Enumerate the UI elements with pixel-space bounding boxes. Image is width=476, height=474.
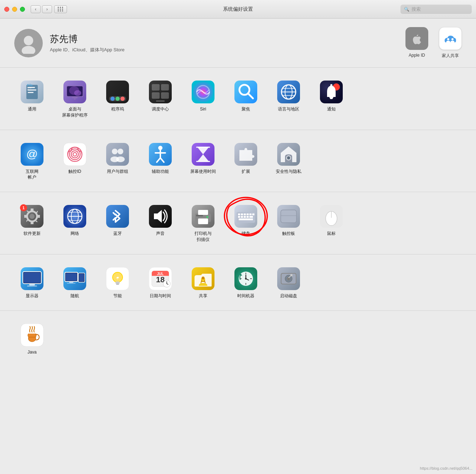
icon-sharing[interactable]: 共享 xyxy=(182,262,224,303)
displays-label: 显示器 xyxy=(26,293,38,299)
java-label: Java xyxy=(27,349,36,355)
svg-rect-120 xyxy=(79,274,84,282)
svg-rect-26 xyxy=(152,84,160,91)
icon-security[interactable]: 安全性与隐私 xyxy=(267,137,310,185)
spotlight-icon xyxy=(234,81,257,103)
icon-softwareupdate[interactable]: 1 软件更新 xyxy=(11,199,53,247)
svg-point-56 xyxy=(116,156,125,162)
svg-rect-91 xyxy=(238,213,240,215)
trackpad-label: 触控板 xyxy=(282,231,295,237)
close-button[interactable] xyxy=(4,7,9,12)
icon-java[interactable]: Java xyxy=(11,318,53,360)
svg-text:@: @ xyxy=(26,148,38,160)
svg-point-70 xyxy=(288,157,290,159)
language-label: 语言与地区 xyxy=(278,106,299,112)
timemachine-label: 时间机器 xyxy=(237,293,254,299)
section-4: 显示器 随航 xyxy=(0,254,476,311)
language-icon xyxy=(277,81,300,103)
spotlight-label: 聚焦 xyxy=(242,106,250,112)
icon-language[interactable]: 语言与地区 xyxy=(267,75,310,123)
svg-point-0 xyxy=(24,36,33,45)
icon-users[interactable]: 用户与群组 xyxy=(96,137,139,185)
icon-startup[interactable]: 启动磁盘 xyxy=(267,262,310,303)
svg-rect-29 xyxy=(161,92,169,99)
accessibility-label: 辅助功能 xyxy=(152,169,169,175)
svg-rect-98 xyxy=(241,216,243,218)
minimize-button[interactable] xyxy=(12,7,17,12)
search-icon: 🔍 xyxy=(404,7,409,12)
icons-grid-4: 显示器 随航 xyxy=(11,262,465,303)
icon-desktop[interactable]: 桌面与屏幕保护程序 xyxy=(53,75,96,123)
internet-icon: @ xyxy=(21,143,43,166)
svg-rect-92 xyxy=(241,213,243,215)
svg-point-44 xyxy=(330,84,332,86)
svg-rect-116 xyxy=(66,273,77,281)
family-sharing-action[interactable]: 家人共享 xyxy=(439,27,462,59)
energy-icon xyxy=(106,267,129,290)
printers-label: 打印机与扫描仪 xyxy=(195,231,212,243)
sharing-label: 共享 xyxy=(199,293,207,299)
icon-datetime[interactable]: 18 JUL 日期与时间 xyxy=(139,262,182,303)
apple-id-action[interactable]: Apple ID xyxy=(405,27,428,59)
icon-screentime[interactable]: 屏幕使用时间 xyxy=(182,137,224,185)
icon-mouse[interactable]: 鼠标 xyxy=(310,199,353,247)
dock-icon xyxy=(106,81,129,103)
icon-spotlight[interactable]: 聚焦 xyxy=(224,75,267,123)
profile-info: 苏先博 Apple ID、iCloud、媒体与App Store xyxy=(50,33,405,53)
icon-general[interactable]: File New One... 通用 xyxy=(11,75,53,123)
icon-notifications[interactable]: 通知 xyxy=(310,75,353,123)
icons-grid-2: @ 互联网帐户 xyxy=(11,137,465,185)
forward-button[interactable]: › xyxy=(42,5,52,13)
icon-internet[interactable]: @ 互联网帐户 xyxy=(11,137,53,185)
svg-rect-94 xyxy=(247,213,249,215)
svg-rect-97 xyxy=(238,216,240,218)
section-1: File New One... 通用 xyxy=(0,68,476,130)
apple-id-icon xyxy=(405,27,428,50)
icon-mission[interactable]: 调度中心 xyxy=(139,75,182,123)
icon-bluetooth[interactable]: 蓝牙 xyxy=(96,199,139,247)
icons-grid-3: 1 软件更新 xyxy=(11,199,465,247)
icon-sidecar[interactable]: 随航 xyxy=(53,262,96,303)
nav-buttons: ‹ › xyxy=(31,5,52,13)
icon-accessibility[interactable]: 辅助功能 xyxy=(139,137,182,185)
security-icon xyxy=(277,143,300,166)
svg-rect-118 xyxy=(67,283,76,284)
grid-view-button[interactable] xyxy=(54,5,67,13)
siri-icon xyxy=(192,81,214,103)
icon-trackpad[interactable]: 触控板 xyxy=(267,199,310,247)
svg-rect-18 xyxy=(72,97,78,98)
back-button[interactable]: ‹ xyxy=(31,5,41,13)
users-icon xyxy=(106,143,129,166)
svg-rect-47 xyxy=(63,143,86,166)
section-2: @ 互联网帐户 xyxy=(0,130,476,192)
watermark: https://blog.csdn.net/qq5064... xyxy=(420,466,472,470)
icon-keyboard[interactable]: 键盘 xyxy=(224,199,267,247)
svg-rect-96 xyxy=(252,213,254,215)
svg-rect-52 xyxy=(106,143,129,166)
apple-id-label: Apple ID xyxy=(409,53,425,58)
search-box[interactable]: 🔍 搜索 xyxy=(400,5,472,14)
avatar[interactable] xyxy=(14,29,43,57)
icon-sound[interactable]: 声音 xyxy=(139,199,182,247)
mouse-label: 鼠标 xyxy=(327,231,336,237)
svg-point-136 xyxy=(202,277,205,279)
icon-printers[interactable]: 打印机与扫描仪 xyxy=(182,199,224,247)
mouse-icon xyxy=(320,205,343,228)
icon-network[interactable]: 网络 xyxy=(53,199,96,247)
bluetooth-label: 蓝牙 xyxy=(113,231,122,237)
icon-energy[interactable]: 节能 xyxy=(96,262,139,303)
extensions-icon xyxy=(234,143,257,166)
internet-label: 互联网帐户 xyxy=(26,169,38,181)
maximize-button[interactable] xyxy=(20,7,25,12)
icon-siri[interactable]: Siri xyxy=(182,75,224,123)
icon-touchid[interactable]: 触控ID xyxy=(53,137,96,185)
keyboard-label: 键盘 xyxy=(242,231,250,237)
icon-extensions[interactable]: 扩展 xyxy=(224,137,267,185)
icon-dock[interactable]: 程序坞 xyxy=(96,75,139,123)
svg-point-145 xyxy=(245,278,247,279)
startup-label: 启动磁盘 xyxy=(280,293,297,299)
window-title: 系统偏好设置 xyxy=(223,6,253,12)
icon-displays[interactable]: 显示器 xyxy=(11,262,53,303)
desktop-label: 桌面与屏幕保护程序 xyxy=(62,106,88,118)
icon-timemachine[interactable]: 时间机器 xyxy=(224,262,267,303)
